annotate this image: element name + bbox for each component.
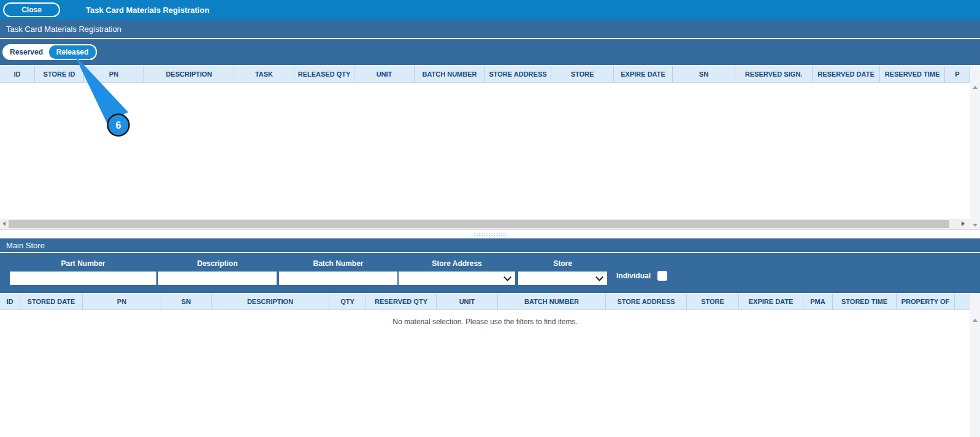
column-header[interactable]: QTY [329, 294, 366, 310]
store-select[interactable] [518, 272, 607, 285]
column-header[interactable]: DESCRIPTION [144, 66, 234, 82]
batch-number-filter: Batch Number [279, 259, 397, 285]
column-header[interactable]: PMA [803, 294, 833, 310]
released-table-body [0, 83, 970, 219]
released-table-vertical-scrollbar[interactable] [970, 65, 980, 229]
horizontal-scrollbar[interactable] [0, 219, 970, 229]
column-header[interactable]: STORE ID [35, 66, 84, 82]
store-filter: Store [518, 259, 607, 285]
description-filter: Description [158, 259, 277, 285]
scroll-down-arrow-icon[interactable] [973, 224, 978, 227]
column-header[interactable]: PN [84, 66, 144, 82]
tab-released[interactable]: Released [48, 44, 97, 60]
column-header[interactable]: STORED DATE [20, 294, 83, 310]
part-number-label: Part Number [10, 259, 156, 268]
column-header[interactable]: PROPERTY OF [897, 294, 955, 310]
empty-selection-message: No material selection. Please use the fi… [0, 317, 970, 326]
column-header[interactable]: STORE [551, 66, 614, 82]
column-header[interactable]: STORED TIME [833, 294, 897, 310]
column-header[interactable]: UNIT [437, 294, 498, 310]
scroll-up-arrow-icon[interactable] [973, 86, 978, 89]
splitter-drag-handle-icon[interactable] [473, 233, 507, 237]
individual-filter: Individual [616, 271, 667, 281]
scroll-right-arrow-icon[interactable] [962, 221, 965, 226]
column-header[interactable]: SN [673, 66, 735, 82]
column-header[interactable]: ID [0, 66, 35, 82]
tab-bar: Reserved Released [0, 39, 980, 65]
window-title: Task Card Materials Registration [86, 0, 209, 20]
horizontal-scrollbar-thumb[interactable] [9, 220, 949, 228]
batch-number-label: Batch Number [279, 259, 397, 268]
scroll-left-arrow-icon[interactable] [2, 221, 6, 226]
tab-group: Reserved Released [2, 44, 97, 60]
batch-number-input[interactable] [279, 272, 397, 285]
individual-label: Individual [616, 272, 651, 280]
scroll-up-arrow-icon[interactable] [973, 319, 978, 322]
chevron-down-icon [595, 273, 603, 281]
column-header[interactable]: EXPIRE DATE [614, 66, 673, 82]
column-header[interactable]: SN [161, 294, 212, 310]
column-header[interactable]: RESERVED TIME [880, 66, 945, 82]
part-number-input[interactable] [10, 272, 156, 285]
column-header[interactable]: BATCH NUMBER [498, 294, 606, 310]
section-title: Task Card Materials Registration [6, 25, 121, 34]
column-header[interactable]: RESERVED DATE [813, 66, 880, 82]
column-header[interactable]: DESCRIPTION [212, 294, 329, 310]
column-header[interactable]: EXPIRE DATE [739, 294, 803, 310]
column-header[interactable]: BATCH NUMBER [415, 66, 485, 82]
close-button[interactable]: Close [3, 2, 60, 17]
store-address-filter: Store Address [399, 259, 515, 285]
column-header[interactable]: ID [0, 294, 20, 310]
store-label: Store [518, 259, 607, 268]
column-header[interactable]: STORE ADDRESS [606, 294, 687, 310]
chevron-down-icon [503, 273, 511, 281]
column-header[interactable]: STORE ADDRESS [485, 66, 551, 82]
description-input[interactable] [158, 272, 277, 285]
column-header[interactable]: UNIT [354, 66, 415, 82]
store-address-select[interactable] [399, 272, 515, 285]
store-table-body: No material selection. Please use the fi… [0, 310, 970, 437]
main-store-header-bar: Main Store [0, 238, 980, 253]
column-header[interactable]: RESERVED QTY [366, 294, 437, 310]
store-table-vertical-scrollbar[interactable] [970, 293, 980, 437]
individual-checkbox[interactable] [657, 271, 667, 281]
task-card-materials-window: Close Task Card Materials Registration T… [0, 0, 980, 437]
filter-bar: Part Number Description Batch Number Sto… [0, 253, 980, 293]
store-address-label: Store Address [399, 259, 515, 268]
main-store-title: Main Store [6, 241, 45, 250]
column-header[interactable]: STORE [687, 294, 739, 310]
window-title-bar: Close Task Card Materials Registration [0, 0, 980, 20]
released-table-header: IDSTORE IDPNDESCRIPTIONTASKRELEASED QTYU… [0, 65, 970, 83]
part-number-filter: Part Number [10, 259, 156, 285]
column-header[interactable]: PN [83, 294, 161, 310]
column-header[interactable]: TASK [234, 66, 294, 82]
column-header[interactable]: RESERVED SIGN. [735, 66, 813, 82]
store-table-header: IDSTORED DATEPNSNDESCRIPTIONQTYRESERVED … [0, 293, 970, 310]
pane-splitter [0, 229, 980, 238]
section-header-bar: Task Card Materials Registration [0, 20, 980, 39]
column-header[interactable]: P [945, 66, 970, 82]
tab-reserved[interactable]: Reserved [4, 45, 49, 59]
description-label: Description [158, 259, 277, 268]
column-header[interactable]: RELEASED QTY [294, 66, 354, 82]
